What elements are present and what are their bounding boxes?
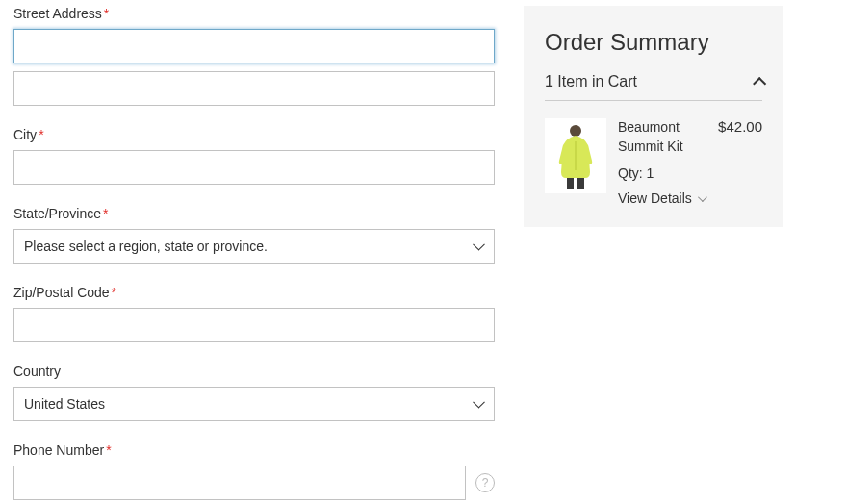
field-country: Country United States bbox=[13, 364, 495, 421]
cart-items-toggle[interactable]: 1 Item in Cart bbox=[545, 73, 762, 101]
zip-label: Zip/Postal Code* bbox=[13, 285, 495, 300]
zip-input[interactable] bbox=[13, 308, 495, 342]
phone-label: Phone Number* bbox=[13, 442, 495, 458]
city-label: City* bbox=[13, 127, 495, 142]
view-details-toggle[interactable]: View Details bbox=[618, 190, 705, 206]
city-input[interactable] bbox=[13, 150, 495, 185]
cart-item: Beaumont Summit Kit Qty: 1 View Details … bbox=[545, 118, 762, 206]
chevron-down-icon bbox=[698, 192, 707, 202]
item-thumbnail bbox=[545, 118, 606, 193]
required-mark: * bbox=[38, 127, 43, 142]
field-state: State/Province* Please select a region, … bbox=[13, 206, 495, 264]
order-summary-sidebar: Order Summary 1 Item in Cart bbox=[524, 6, 783, 504]
required-mark: * bbox=[104, 6, 109, 21]
field-phone: Phone Number* ? bbox=[13, 442, 495, 500]
item-price: $42.00 bbox=[718, 118, 762, 206]
phone-input[interactable] bbox=[13, 466, 466, 500]
country-select[interactable]: United States bbox=[13, 387, 495, 421]
state-select[interactable]: Please select a region, state or provinc… bbox=[13, 229, 495, 264]
product-image-icon bbox=[550, 122, 602, 189]
street-input-2[interactable] bbox=[13, 71, 495, 106]
help-icon[interactable]: ? bbox=[475, 473, 495, 492]
state-label: State/Province* bbox=[13, 206, 495, 221]
item-name: Beaumont Summit Kit bbox=[618, 118, 710, 156]
country-label: Country bbox=[13, 364, 495, 379]
street-label: Street Address* bbox=[13, 6, 495, 21]
order-summary-title: Order Summary bbox=[545, 29, 762, 56]
field-street: Street Address* bbox=[13, 6, 495, 106]
required-mark: * bbox=[106, 442, 111, 458]
cart-count-label: 1 Item in Cart bbox=[545, 73, 637, 90]
svg-rect-1 bbox=[567, 178, 574, 189]
item-qty: Qty: 1 bbox=[618, 165, 710, 181]
svg-point-0 bbox=[570, 125, 581, 137]
required-mark: * bbox=[112, 285, 116, 300]
required-mark: * bbox=[103, 206, 108, 221]
field-zip: Zip/Postal Code* bbox=[13, 285, 495, 342]
street-input-1[interactable] bbox=[13, 29, 495, 63]
shipping-form: Street Address* City* State/Province* Pl… bbox=[13, 6, 495, 504]
field-city: City* bbox=[13, 127, 495, 185]
chevron-up-icon bbox=[753, 77, 766, 90]
svg-rect-2 bbox=[578, 178, 584, 189]
